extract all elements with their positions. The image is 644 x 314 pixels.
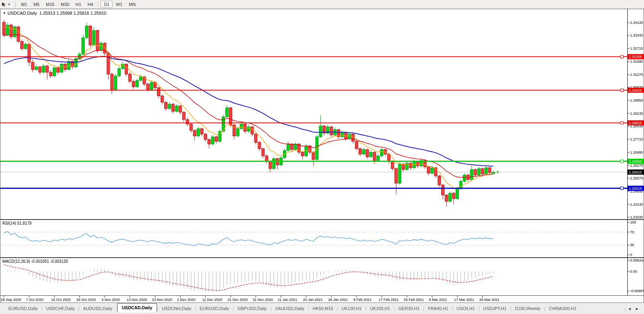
candle (355, 140, 358, 151)
line-drag-handle[interactable] (621, 121, 623, 124)
candle (49, 70, 52, 78)
support-line-green[interactable] (0, 160, 627, 163)
macd-panel: 0.0064440.00-0.009875 (4, 258, 644, 293)
candle (64, 63, 66, 72)
candle (56, 67, 59, 75)
chart-type-dropdown-caret[interactable]: ▼ (8, 3, 11, 6)
candle (211, 135, 214, 146)
candle (247, 125, 250, 133)
timeframe-button-d1[interactable]: D1 (101, 1, 113, 8)
candle (219, 129, 221, 143)
candle (233, 124, 236, 139)
candle (24, 42, 27, 50)
chart-tab-usdcnh-daily[interactable]: USDCNH,Daily (158, 305, 195, 312)
timeframe-button-h4[interactable]: H4 (84, 1, 96, 8)
date-tick-label: 7 Oct 2020 (26, 298, 43, 302)
chart-tab-xauusd-daily[interactable]: XAUUSD,Daily (272, 305, 308, 312)
timeframe-button-w1[interactable]: W1 (113, 1, 126, 8)
resistance-line-3[interactable] (0, 121, 627, 124)
line-drag-handle[interactable] (621, 89, 623, 92)
chart-tab-uk100-h1[interactable]: UK100,H1 (338, 305, 365, 312)
candle (35, 65, 38, 71)
date-axis: 28 Sep 20207 Oct 202016 Oct 202026 Oct 2… (1, 296, 499, 302)
candle (31, 60, 34, 72)
candle (60, 62, 63, 73)
line-drag-handle[interactable] (621, 187, 623, 190)
candle (377, 154, 380, 162)
ma-45-line (4, 56, 493, 166)
line-drag-handle[interactable] (621, 55, 623, 58)
candle (251, 126, 254, 136)
price-tick-label: 1.25570 (630, 176, 643, 180)
candle (10, 23, 13, 39)
support-line-blue[interactable] (0, 187, 627, 190)
chart-tab-ger30-h1[interactable]: GER30,H1 (395, 305, 423, 312)
chart-tab-hk50-m15[interactable]: HK50,M15 (309, 305, 337, 312)
candle (452, 192, 455, 204)
chart-tab-usdcad-daily[interactable]: USDCAD,Daily (117, 303, 157, 312)
chart-tab-dj30-weekly[interactable]: DJ30,Weekly (511, 305, 544, 312)
chart-tab-usoil-h1[interactable]: USOil,H1 (453, 305, 479, 312)
price-tag-1.32258: 1.32258 (628, 54, 644, 59)
price-tick-label: 1.26270 (630, 164, 643, 168)
tab-scroll-left-icon[interactable]: ◄ (628, 307, 631, 311)
svg-text:1.28616: 1.28616 (629, 121, 642, 125)
candle (269, 160, 272, 172)
timeframe-toolbar: ▼ M1M5M15M30H1H4D1W1MN (0, 0, 644, 9)
candle (326, 125, 329, 134)
candle (111, 73, 113, 94)
chart-tab-eurusd-daily[interactable]: EURUSD,Daily (196, 305, 233, 312)
chart-tab-usdchf-daily[interactable]: USDCHF,Daily (43, 305, 78, 312)
candle (272, 157, 275, 170)
chart-tab-audusd-daily[interactable]: AUDUSD,Daily (80, 305, 116, 312)
candle (294, 142, 297, 151)
candle (53, 66, 56, 77)
timeframe-button-m15[interactable]: M15 (43, 1, 57, 8)
timeframe-button-m30[interactable]: M30 (58, 1, 72, 8)
price-tick-label: 1.29850 (630, 98, 643, 102)
candle (114, 74, 117, 91)
tab-scroll-right-icon[interactable]: ► (635, 307, 639, 311)
svg-text:1.25910: 1.25910 (629, 170, 642, 174)
candle (46, 65, 48, 80)
chart-tab-eurusd-daily[interactable]: EURUSD,Daily (5, 305, 41, 312)
tab-separator: | (625, 306, 626, 311)
chart-ohlc-values: 1.25913 1.25998 1.25816 1.25910 (39, 11, 106, 15)
toolbar-separator (15, 2, 16, 7)
timeframe-button-m1[interactable]: M1 (18, 1, 30, 8)
chart-tab-usdjpy-h1[interactable]: USDJPY,H1 (479, 305, 510, 312)
chart-title: ▼USDCAD,Daily 1.25913 1.25998 1.25816 1.… (3, 11, 106, 15)
line-drag-handle[interactable] (621, 160, 623, 163)
cursor-tool-icon[interactable] (1, 2, 6, 7)
candle (380, 148, 383, 158)
price-tag-1.30415: 1.30415 (628, 88, 644, 93)
chart-tab-china300-h1[interactable]: CHINA300,H1 (545, 305, 580, 312)
timeframe-button-m5[interactable]: M5 (30, 1, 43, 8)
candle (337, 129, 340, 139)
toolbar-separator (98, 2, 99, 7)
resistance-line-2[interactable] (0, 89, 627, 92)
chart-tab-fra40-h1[interactable]: FRA40,H1 (424, 305, 452, 312)
date-tick-label: 4 Nov 2020 (101, 298, 120, 302)
chart-tab-uk100-h1[interactable]: UK100,H1 (367, 305, 394, 312)
svg-text:1.32258: 1.32258 (629, 55, 642, 59)
candle (405, 161, 408, 171)
date-tick-label: 23 Nov 2020 (152, 298, 172, 302)
candle (71, 60, 74, 69)
date-tick-label: 2 Dec 2020 (177, 298, 195, 302)
candle (262, 148, 264, 158)
rsi-tick-label: 0 (630, 253, 632, 257)
timeframe-button-mn[interactable]: MN (126, 1, 139, 8)
candle (3, 20, 6, 37)
candle (438, 175, 441, 187)
candle (89, 25, 92, 47)
price-tick-label: 1.32710 (630, 46, 643, 50)
price-chart-canvas[interactable]: 1.341301.334301.327101.319901.312701.305… (0, 9, 644, 302)
chart-tab-gbpusd-daily[interactable]: GBPUSD,Daily (234, 305, 270, 312)
svg-text:1.26503: 1.26503 (629, 160, 642, 164)
candle (179, 105, 182, 114)
candle (388, 153, 390, 164)
timeframe-button-h1[interactable]: H1 (72, 1, 84, 8)
symbol-dropdown-icon[interactable]: ▼ (3, 12, 6, 15)
candle (398, 161, 401, 185)
